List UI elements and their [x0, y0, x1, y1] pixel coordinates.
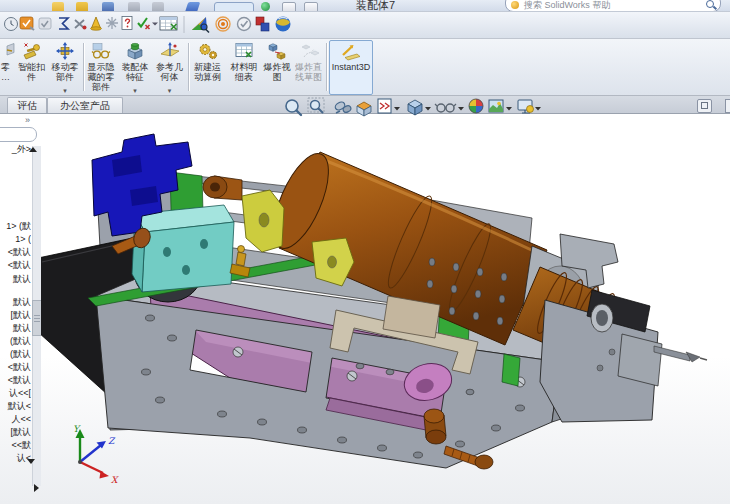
z-axis-label: Z — [108, 436, 116, 446]
viewport-edge-icon[interactable] — [725, 99, 730, 113]
ribbon-label: 智能扣 件 — [13, 62, 50, 82]
edit-appearance-icon[interactable] — [469, 99, 483, 113]
panel-expand-chevron[interactable]: » — [25, 115, 30, 125]
alert-cone-icon[interactable] — [91, 17, 102, 30]
tree-item[interactable]: 认<<[ — [0, 388, 31, 399]
apply-scene-icon[interactable] — [489, 100, 512, 112]
heads-up-view-toolbar — [283, 96, 545, 122]
tree-item[interactable]: <默认 — [0, 260, 31, 271]
exploded-view-icon — [266, 41, 288, 61]
tree-item[interactable]: 默认< — [0, 401, 31, 412]
help-doc-icon[interactable] — [304, 2, 318, 12]
tree-item[interactable]: [默认 — [0, 310, 31, 321]
ribbon-label: 参考几 何体 — [151, 62, 188, 82]
tree-item[interactable]: 人<< — [0, 414, 31, 425]
tree-scroll-down-icon[interactable] — [27, 459, 35, 464]
feature-manager-panel: » _外> 1> (默 1> ( <默认 <默认 默认 默认 [默认 默认 (默… — [0, 114, 41, 504]
knob-bottom[interactable] — [424, 409, 446, 444]
instant3d-icon — [340, 41, 362, 61]
tree-scroll-up-icon[interactable] — [29, 147, 37, 152]
show-hidden-components-icon — [90, 41, 112, 61]
ribbon-reference-geometry[interactable]: 参考几 何体 — [153, 41, 186, 93]
display-style-icon[interactable] — [408, 100, 431, 115]
check-readonly-icon[interactable] — [39, 18, 51, 29]
green-block-small[interactable] — [502, 354, 520, 386]
tree-item[interactable]: 默认 — [0, 323, 31, 334]
ribbon-assembly-features[interactable]: 装配体 特征 — [118, 41, 152, 93]
flyout-caret-icon[interactable] — [152, 23, 158, 26]
block-cyan[interactable] — [132, 205, 234, 292]
excel-bom-table-icon[interactable] — [160, 17, 177, 30]
search-placeholder: 搜索 SolidWorks 帮助 — [524, 0, 610, 12]
ribbon-insert-component-partial[interactable]: 零 … — [0, 41, 13, 93]
view-settings-icon[interactable] — [518, 100, 541, 113]
no-external-references-icon[interactable] — [75, 20, 87, 30]
zoom-to-fit-icon[interactable] — [286, 100, 301, 115]
spindle-bit[interactable] — [654, 346, 707, 362]
ribbon-label: 显示隐 藏的零 部件 — [83, 62, 119, 92]
ribbon-explode-line-sketch[interactable]: 爆炸直 线草图 — [293, 41, 324, 93]
constraint-crosshair-icon[interactable] — [106, 17, 118, 29]
select-tool-button[interactable] — [214, 2, 254, 12]
open-icon[interactable] — [52, 2, 64, 12]
undo-icon[interactable] — [152, 2, 164, 12]
tree-item[interactable]: <默认 — [0, 375, 31, 386]
folder-icon[interactable] — [76, 2, 88, 12]
tree-item[interactable]: 默认 — [0, 297, 31, 308]
circled-check-icon[interactable] — [238, 18, 251, 31]
verification-check-icon[interactable] — [138, 18, 150, 29]
tree-item[interactable]: [默认 — [0, 427, 31, 438]
tree-item[interactable]: 1> (默 — [0, 221, 31, 232]
view-orientation-icon[interactable] — [378, 99, 400, 113]
tree-item[interactable]: <默认 — [0, 247, 31, 258]
view-selector-icon[interactable] — [334, 101, 352, 114]
motion-manager-icon[interactable] — [216, 17, 230, 31]
graphics-area[interactable]: Y Z X — [0, 114, 730, 504]
photoview-360-icon[interactable] — [192, 17, 209, 33]
help-badge-icon — [511, 1, 519, 9]
ribbon-smart-fasteners[interactable]: 智能扣 件 — [15, 41, 48, 93]
section-view-icon[interactable] — [357, 102, 371, 116]
title-bar: 装配体7 搜索 SolidWorks 帮助 — [0, 0, 730, 12]
tab-office-products[interactable]: 办公室产品 — [47, 97, 123, 113]
zoom-to-area-icon[interactable] — [308, 98, 324, 113]
rebuild-icon[interactable] — [184, 2, 201, 12]
document-title: 装配体7 — [356, 0, 395, 12]
equations-icon[interactable] — [59, 18, 68, 29]
ribbon-bill-of-materials[interactable]: 材料明 细表 — [227, 41, 261, 93]
viewport-restore-button[interactable] — [697, 99, 712, 113]
tree-item[interactable]: (默认 — [0, 336, 31, 347]
model-assembly[interactable] — [38, 134, 707, 469]
brown-roller[interactable] — [203, 176, 242, 200]
tree-flyout-icon[interactable] — [34, 484, 39, 492]
solidworks-window: 装配体7 搜索 SolidWorks 帮助 — [0, 0, 730, 504]
save-icon[interactable] — [102, 2, 114, 12]
options-icon[interactable] — [282, 2, 296, 12]
hide-show-items-icon[interactable] — [435, 104, 464, 112]
print-icon[interactable] — [128, 2, 140, 12]
tree-item[interactable]: 1> ( — [0, 234, 31, 245]
ribbon-show-hidden-components[interactable]: 显示隐 藏的零 部件 — [85, 41, 117, 93]
tree-item[interactable]: <默认 — [0, 362, 31, 373]
toolbox-icon[interactable] — [256, 17, 269, 31]
model-canvas[interactable]: Y Z X — [0, 114, 730, 504]
clamp-hole — [328, 256, 337, 268]
search-icon[interactable] — [706, 0, 714, 8]
tab-evaluate[interactable]: 评估 — [7, 97, 47, 113]
orientation-triad[interactable]: Y Z X — [73, 424, 119, 485]
ribbon-exploded-view[interactable]: 爆炸视 图 — [262, 41, 292, 93]
edrawings-sphere-icon[interactable] — [276, 17, 291, 32]
tree-item[interactable]: (默认 — [0, 349, 31, 360]
help-search-box[interactable]: 搜索 SolidWorks 帮助 — [505, 0, 721, 12]
tree-item[interactable]: _外> — [0, 144, 31, 155]
ribbon-instant3d[interactable]: Instant3D — [329, 40, 373, 95]
design-checker-icon[interactable] — [20, 17, 34, 30]
reference-geometry-icon — [159, 41, 181, 61]
ribbon-new-motion-study[interactable]: 新建运 动算例 — [190, 41, 225, 93]
tree-scrollbar-grip[interactable] — [32, 300, 41, 336]
design-binder-clock-icon[interactable] — [5, 18, 18, 31]
tree-item[interactable]: 默认 — [0, 274, 31, 285]
ribbon-move-component[interactable]: 移动零 部件 — [49, 41, 81, 93]
tree-item[interactable]: <<默 — [0, 440, 31, 451]
help-document-icon[interactable] — [122, 17, 132, 30]
